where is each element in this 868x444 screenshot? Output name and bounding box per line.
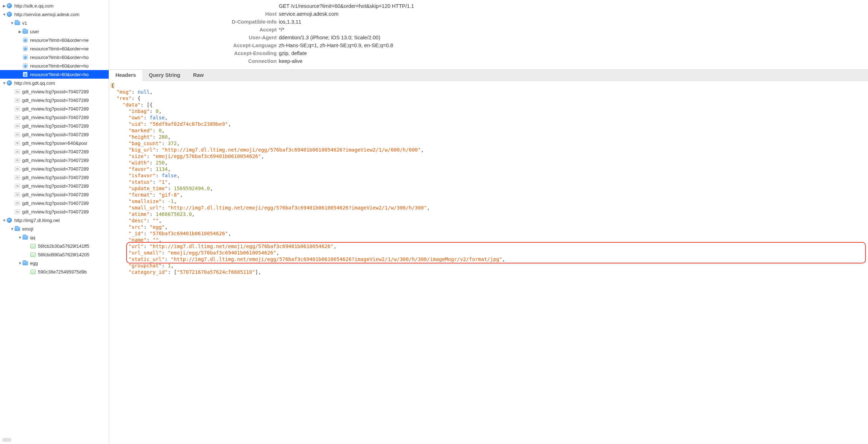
json-line: "bag_count": 372, xyxy=(110,140,865,147)
disclosure-down-icon[interactable]: ▼ xyxy=(10,21,14,25)
tree-label: gdt_mview.fcg?posid=70407289 xyxy=(22,158,89,163)
json-line: "url": "http://img7.dl.ltimg.net/emoji/e… xyxy=(110,243,865,250)
js-file-icon: JS xyxy=(14,89,20,94)
json-line: "height": 280, xyxy=(110,134,865,140)
disclosure-down-icon[interactable]: ▼ xyxy=(18,261,22,265)
tree-row[interactable]: JSgdt_mview.fcg?posid=70407289 xyxy=(0,207,109,216)
js-file-icon: JS xyxy=(14,132,20,137)
tree-label: http://sdk.e.qq.com xyxy=(14,3,54,9)
json-line: "data": [{ xyxy=(110,102,865,108)
tree-label: gdt_mview.fcg?posid=70407289 xyxy=(22,175,89,180)
tree-label: resource?limit=60&order=ho xyxy=(30,55,89,60)
json-line: "update_time": 1569592494.0, xyxy=(110,185,865,192)
js-file-icon: JS xyxy=(14,123,20,129)
tree-row[interactable]: JSgdt_mview.fcg?posid=70407289 xyxy=(0,164,109,173)
disclosure-down-icon[interactable]: ▼ xyxy=(10,227,14,231)
js-file-icon: JS xyxy=(14,114,20,120)
header-value: ddemtion/1.3 (iPhone; iOS 13.0; Scale/2.… xyxy=(279,34,380,41)
tree-row[interactable]: JSgdt_mview.fcg?posid=70407289 xyxy=(0,147,109,156)
tree-row[interactable]: resource?limit=60&order=ne xyxy=(0,36,109,44)
header-key: Accept-Encoding xyxy=(109,49,279,57)
disclosure-down-icon[interactable]: ▼ xyxy=(18,236,22,240)
disclosure-down-icon[interactable]: ▼ xyxy=(2,13,6,16)
json-line: "smallsize": -1, xyxy=(110,198,865,204)
header-value: zh-Hans-SE;q=1, zh-Hant-SE;q=0.9, en-SE;… xyxy=(279,41,393,49)
json-line: "_id": "576baf3c69401b0610054626", xyxy=(110,230,865,237)
tree-row[interactable]: ▼http://img7.dl.ltimg.net xyxy=(0,216,109,225)
js-file-icon: JS xyxy=(14,149,20,154)
json-response-pane[interactable]: { "msg": null, "res": { "data": [{ "inba… xyxy=(109,81,868,444)
tree-row[interactable]: JSgdt_mview.fcg?posid=70407289 xyxy=(0,96,109,104)
image-file-icon xyxy=(30,269,36,275)
tree-row[interactable]: resource?limit=60&order=ho xyxy=(0,53,109,61)
tree-label: gdt_mview.fcg?posid=70407289 xyxy=(22,123,89,129)
tree-row[interactable]: ▼qq xyxy=(0,233,109,242)
js-file-icon: JS xyxy=(14,174,20,180)
tree-row[interactable]: ▼egg xyxy=(0,259,109,267)
disclosure-right-icon[interactable]: ▶ xyxy=(2,4,6,8)
json-line: "desc": "", xyxy=(110,217,865,224)
json-line: "static_url": "http://img7.dl.ltimg.net/… xyxy=(110,256,865,262)
sidebar-tree[interactable]: ▶http://sdk.e.qq.com▼http://service.aemo… xyxy=(0,0,109,444)
json-line: "format": "gif-8", xyxy=(110,192,865,198)
header-value: keep-alive xyxy=(279,57,302,65)
json-line: "inbag": 0, xyxy=(110,108,865,114)
json-line: "msg": null, xyxy=(110,89,865,95)
tab-query-string[interactable]: Query String xyxy=(142,70,187,80)
tree-row[interactable]: JSgdt_mview.fcg?posid=70407289 xyxy=(0,122,109,130)
tree-row[interactable]: ▼emoji xyxy=(0,225,109,233)
js-file-icon: JS xyxy=(14,183,20,189)
tree-row[interactable]: JSgdt_mview.fcg?posid=70407289 xyxy=(0,182,109,190)
json-line: "big_url": "http://img7.dl.ltimg.net/emo… xyxy=(110,147,865,153)
main-pane: GET /v1/resource?limit=60&order=hot&skip… xyxy=(109,0,868,444)
tree-label: egg xyxy=(30,261,38,266)
image-file-icon xyxy=(30,252,36,257)
disclosure-down-icon[interactable]: ▼ xyxy=(2,81,6,85)
tree-row[interactable]: resource?limit=60&order=ne xyxy=(0,44,109,53)
tree-row[interactable]: ▼v1 xyxy=(0,19,109,27)
tree-row[interactable]: JSgdt_mview.fcg?posw=640&posi xyxy=(0,139,109,147)
header-key: Accept xyxy=(109,26,279,34)
tab-headers[interactable]: Headers xyxy=(109,70,142,81)
header-value: */* xyxy=(279,26,284,34)
tree-label: gdt_mview.fcg?posid=70407289 xyxy=(22,201,89,206)
json-line: "isfavor": false, xyxy=(110,172,865,179)
json-line: "size": "emoji/egg/576baf3c69401b0610054… xyxy=(110,153,865,159)
tree-row[interactable]: JSgdt_mview.fcg?posid=70407289 xyxy=(0,199,109,207)
json-line: "status": "1", xyxy=(110,179,865,185)
tree-row[interactable]: ▼http://mi.gdt.qq.com xyxy=(0,79,109,87)
json-line: "src": "egg", xyxy=(110,224,865,230)
js-file-icon: JS xyxy=(14,209,20,214)
tree-label: gdt_mview.fcg?posw=640&posi xyxy=(22,140,87,146)
tree-row[interactable]: JSgdt_mview.fcg?posid=70407289 xyxy=(0,190,109,199)
tree-row[interactable]: JSgdt_mview.fcg?posid=70407289 xyxy=(0,104,109,113)
tree-label: 590c38e725495975d9b xyxy=(38,269,87,275)
tree-row[interactable]: resource?limit=60&order=ho xyxy=(0,61,109,70)
tree-row[interactable]: JSgdt_mview.fcg?posid=70407289 xyxy=(0,130,109,139)
tree-row[interactable]: ▼http://service.aemoji.adesk.com xyxy=(0,10,109,19)
disclosure-down-icon[interactable]: ▼ xyxy=(2,218,6,222)
tree-row[interactable]: 56fcb2b30a57629f141ff5 xyxy=(0,242,109,250)
json-line: "own": false, xyxy=(110,114,865,121)
tree-row[interactable]: 56fcbd990a57629f14205 xyxy=(0,250,109,259)
tree-row[interactable]: ▶user xyxy=(0,27,109,36)
request-headers-pane: GET /v1/resource?limit=60&order=hot&skip… xyxy=(109,0,868,69)
tree-label: gdt_mview.fcg?posid=70407289 xyxy=(22,89,89,94)
pane-resize-handle[interactable] xyxy=(2,438,11,442)
tree-row[interactable]: 590c38e725495975d9b xyxy=(0,267,109,276)
globe-icon xyxy=(6,80,12,86)
tree-row[interactable]: JSgdt_mview.fcg?posid=70407289 xyxy=(0,173,109,182)
tree-row[interactable]: JSgdt_mview.fcg?posid=70407289 xyxy=(0,113,109,122)
disclosure-right-icon[interactable]: ▶ xyxy=(18,30,22,34)
tree-row[interactable]: ▶http://sdk.e.qq.com xyxy=(0,1,109,10)
json-line: "groupchat": 1, xyxy=(110,262,865,269)
json-line: "url_small": "emoji/egg/576baf3c69401b06… xyxy=(110,250,865,256)
tree-row[interactable]: JSgdt_mview.fcg?posid=70407289 xyxy=(0,87,109,96)
request-file-icon xyxy=(22,37,28,43)
js-file-icon: JS xyxy=(14,140,20,146)
request-file-icon xyxy=(22,63,28,69)
tab-raw[interactable]: Raw xyxy=(187,70,210,80)
tree-row[interactable]: JSgdt_mview.fcg?posid=70407289 xyxy=(0,156,109,164)
tree-row[interactable]: resource?limit=60&order=ho xyxy=(0,70,109,79)
request-file-icon xyxy=(22,71,28,77)
